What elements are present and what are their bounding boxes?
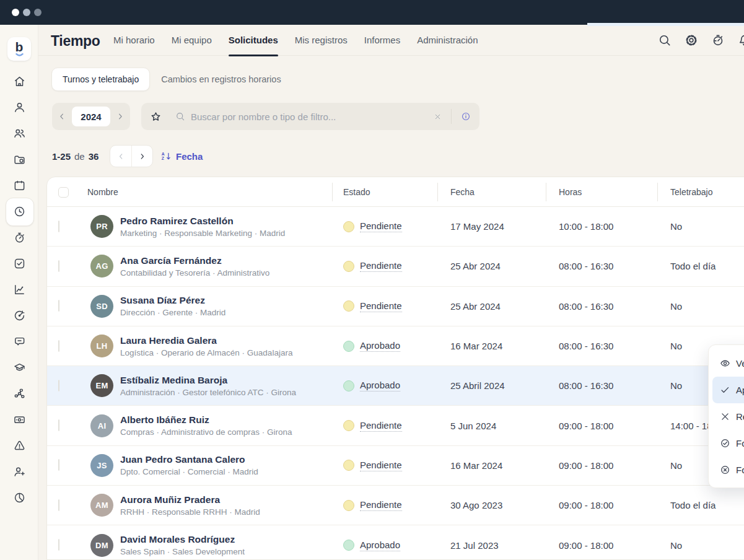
status-dot bbox=[343, 300, 354, 312]
status-label: Pendiente bbox=[360, 460, 402, 471]
info-icon[interactable] bbox=[461, 112, 471, 121]
window-control-dot-1[interactable] bbox=[23, 9, 30, 16]
table-row[interactable]: EMEstíbaliz Medina BarojaAdministración … bbox=[47, 366, 744, 406]
favorite-star-icon[interactable] bbox=[150, 111, 162, 123]
table-row[interactable]: PRPedro Ramirez CastellónMarketing · Res… bbox=[47, 207, 744, 247]
sidebar-item-reports-pie[interactable] bbox=[0, 484, 38, 510]
column-header-fecha: Fecha bbox=[437, 177, 546, 207]
year-prev-button[interactable] bbox=[58, 112, 66, 121]
sidebar-item-team[interactable] bbox=[0, 120, 38, 146]
status-badge[interactable]: Aprobado bbox=[332, 340, 437, 352]
tab-solicitudes[interactable]: Solicitudes bbox=[229, 25, 278, 56]
gear-icon[interactable] bbox=[685, 33, 698, 47]
row-checkbox[interactable] bbox=[58, 419, 59, 431]
employee-meta: Contabilidad y Tesorería · Administrativ… bbox=[120, 268, 269, 278]
table-row[interactable]: AMAurora Muñiz PraderaRRHH · Responsable… bbox=[47, 486, 744, 525]
row-checkbox[interactable] bbox=[58, 260, 59, 272]
page-next-button[interactable] bbox=[131, 146, 152, 167]
sidebar-item-folder[interactable] bbox=[0, 146, 38, 172]
status-badge[interactable]: Pendiente bbox=[332, 460, 437, 471]
sidebar-item-home[interactable] bbox=[0, 68, 38, 94]
sidebar-item-chart[interactable] bbox=[0, 276, 38, 302]
status-label: Pendiente bbox=[360, 221, 402, 232]
brand-logo[interactable]: b bbox=[7, 37, 31, 61]
search-input[interactable] bbox=[191, 112, 434, 122]
row-checkbox[interactable] bbox=[58, 340, 59, 352]
context-menu-item-3[interactable]: Fo bbox=[712, 430, 744, 457]
sidebar-item-chat[interactable] bbox=[0, 328, 38, 354]
subtab-1[interactable]: Cambios en registros horarios bbox=[161, 74, 281, 84]
context-menu-item-2[interactable]: Re bbox=[712, 403, 744, 430]
table-row[interactable]: JSJuan Pedro Santana CaleroDpto. Comerci… bbox=[47, 446, 744, 486]
sidebar-item-training[interactable] bbox=[0, 354, 38, 380]
subtab-0[interactable]: Turnos y teletrabajo bbox=[51, 68, 150, 91]
request-hours: 10:00 - 18:00 bbox=[546, 221, 657, 232]
tab-mis-registros[interactable]: Mis registros bbox=[295, 25, 348, 56]
year-next-button[interactable] bbox=[116, 112, 125, 121]
status-badge[interactable]: Pendiente bbox=[332, 300, 437, 312]
clear-x-icon[interactable] bbox=[434, 113, 442, 121]
sidebar-item-workflow[interactable] bbox=[0, 380, 38, 406]
bell-icon[interactable] bbox=[738, 33, 744, 47]
avatar: AG bbox=[90, 255, 113, 278]
table-row[interactable]: SDSusana Díaz PérezDirección · Gerente ·… bbox=[47, 287, 744, 326]
select-all-checkbox[interactable] bbox=[58, 187, 69, 198]
request-date: 25 Abr 2024 bbox=[437, 301, 546, 312]
context-menu-item-0[interactable]: Ve bbox=[712, 350, 744, 377]
training-icon bbox=[13, 361, 26, 374]
row-checkbox[interactable] bbox=[58, 221, 59, 232]
context-menu-item-1[interactable]: Ap bbox=[712, 377, 744, 403]
status-badge[interactable]: Aprobado bbox=[332, 380, 437, 392]
employee-meta: Marketing · Responsable Marketing · Madr… bbox=[120, 229, 285, 238]
pagination-count: 1-25 de 36 bbox=[52, 144, 98, 168]
sidebar-item-incidents[interactable] bbox=[0, 432, 38, 458]
avatar: AI bbox=[90, 414, 113, 437]
table-row[interactable]: AGAna García FernándezContabilidad y Tes… bbox=[47, 247, 744, 286]
sidebar-item-recruitment[interactable] bbox=[0, 458, 38, 484]
employee-name: Alberto Ibáñez Ruiz bbox=[120, 414, 292, 426]
row-checkbox[interactable] bbox=[58, 459, 59, 471]
tab-mi-horario[interactable]: Mi horario bbox=[113, 25, 155, 56]
sidebar-item-calendar[interactable] bbox=[0, 172, 38, 198]
status-badge[interactable]: Pendiente bbox=[332, 260, 437, 272]
user-icon bbox=[13, 101, 26, 114]
employee-meta: Compras · Administrativo de compras · Gi… bbox=[120, 427, 292, 437]
status-badge[interactable]: Pendiente bbox=[332, 221, 437, 232]
sort-control[interactable]: AZ Fecha bbox=[161, 144, 203, 168]
tab-mi-equipo[interactable]: Mi equipo bbox=[172, 25, 212, 56]
table-row[interactable]: AIAlberto Ibáñez RuizCompras · Administr… bbox=[47, 406, 744, 445]
table-row[interactable]: DMDavid Morales RodríguezSales Spain · S… bbox=[47, 525, 744, 560]
sidebar-item-clock[interactable] bbox=[0, 198, 38, 224]
employee-name: Pedro Ramirez Castellón bbox=[120, 216, 285, 227]
sidebar-item-stopwatch[interactable] bbox=[0, 224, 38, 250]
status-dot bbox=[343, 540, 354, 551]
row-checkbox[interactable] bbox=[58, 539, 59, 551]
status-badge[interactable]: Aprobado bbox=[332, 540, 437, 551]
sidebar-item-goal[interactable] bbox=[0, 302, 38, 328]
timer-icon[interactable] bbox=[711, 33, 725, 47]
status-badge[interactable]: Pendiente bbox=[332, 420, 437, 432]
sidebar-item-payroll[interactable] bbox=[0, 406, 38, 432]
status-dot bbox=[343, 380, 354, 392]
row-checkbox[interactable] bbox=[58, 380, 59, 392]
window-control-dot-0[interactable] bbox=[12, 9, 19, 16]
page-prev-button[interactable] bbox=[110, 146, 131, 167]
request-hours: 09:00 - 18:00 bbox=[546, 540, 657, 551]
search-icon[interactable] bbox=[658, 33, 672, 47]
window-control-dot-2[interactable] bbox=[34, 9, 42, 16]
sidebar-item-user[interactable] bbox=[0, 94, 38, 120]
status-dot bbox=[343, 420, 354, 431]
request-telework: Todo el día bbox=[657, 261, 744, 271]
row-checkbox[interactable] bbox=[58, 499, 59, 511]
request-telework: No bbox=[657, 540, 744, 551]
sidebar-item-task-check[interactable] bbox=[0, 250, 38, 276]
table-row[interactable]: LHLaura Heredia GaleraLogística · Operar… bbox=[47, 326, 744, 366]
status-badge[interactable]: Pendiente bbox=[332, 499, 437, 511]
row-checkbox[interactable] bbox=[58, 300, 59, 312]
status-dot bbox=[343, 460, 354, 471]
tab-administración[interactable]: Administración bbox=[417, 25, 478, 56]
employee-name: David Morales Rodríguez bbox=[120, 534, 245, 545]
payroll-icon bbox=[13, 413, 26, 426]
tab-informes[interactable]: Informes bbox=[364, 25, 400, 56]
context-menu-item-4[interactable]: Fo bbox=[712, 457, 744, 483]
